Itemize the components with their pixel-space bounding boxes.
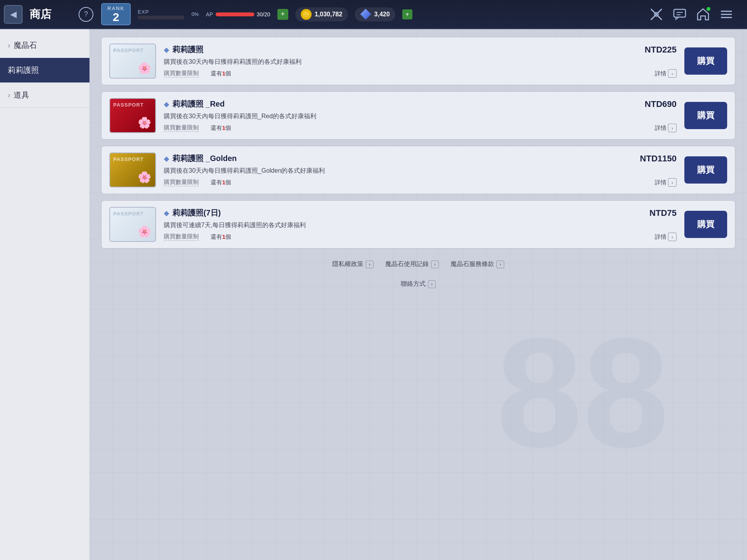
- footer-link-arrow: ›: [496, 261, 504, 268]
- product-diamond-icon: ◆: [164, 154, 169, 163]
- sidebar-item-tools[interactable]: › 道具: [0, 83, 89, 108]
- product-footer: 購買數量限制 還有1個 詳情 ›: [164, 233, 677, 241]
- product-desc: 購買後可連續7天,每日獲得莉莉護照的各式好康福利: [164, 221, 677, 229]
- limit-label: 購買數量限制: [164, 233, 199, 241]
- detail-arrow: ›: [668, 69, 677, 78]
- product-card-passport-red: PASSPORT 🌸 ◆ 莉莉護照 _Red NTD690 購買後在30天內每日…: [101, 91, 735, 140]
- product-price: NTD225: [645, 45, 677, 55]
- topbar-center: RANK 2 EXP 0% AP 30/20 + 🪙: [101, 3, 647, 25]
- product-header: ◆ 莉莉護照(7日) NTD75: [164, 208, 677, 218]
- detail-button[interactable]: 詳情 ›: [655, 178, 677, 187]
- product-info-passport-red: ◆ 莉莉護照 _Red NTD690 購買後在30天內每日獲得莉莉護照_Red的…: [164, 99, 677, 132]
- menu-icon-button[interactable]: [717, 5, 735, 23]
- product-desc: 購買後在30天內每日獲得莉莉護照的各式好康福利: [164, 58, 677, 66]
- product-name-row: ◆ 莉莉護照: [164, 44, 203, 55]
- exp-group: EXP: [138, 9, 184, 19]
- ap-values: 30/20: [257, 11, 270, 18]
- footer-links: 隱私權政策 › 魔晶石使用記錄 › 魔晶石服務條款 › 聯絡方式 ›: [101, 248, 735, 296]
- topbar-right: [647, 5, 743, 23]
- detail-button[interactable]: 詳情 ›: [655, 124, 677, 132]
- sidebar-item-label: 道具: [14, 90, 29, 100]
- store-title: 商店: [30, 7, 51, 22]
- product-diamond-icon: ◆: [164, 209, 169, 217]
- footer-link-contact[interactable]: 聯絡方式 ›: [101, 280, 735, 288]
- footer-link-gem-history[interactable]: 魔晶石使用記錄 ›: [385, 260, 439, 268]
- buy-button-passport-normal[interactable]: 購買: [684, 47, 727, 75]
- sidebar: › 魔晶石 莉莉護照 › 道具: [0, 29, 89, 560]
- svg-rect-3: [674, 9, 686, 17]
- product-image-passport-red: PASSPORT 🌸: [109, 98, 156, 133]
- product-footer: 購買數量限制 還有1個 詳情 ›: [164, 69, 677, 78]
- product-name-row: ◆ 莉莉護照 _Golden: [164, 153, 237, 164]
- remaining: 還有1個: [210, 179, 231, 186]
- battle-icon-button[interactable]: [647, 5, 665, 23]
- sidebar-item-arrow: ›: [8, 91, 11, 100]
- gem-add-button[interactable]: +: [402, 9, 412, 19]
- product-name-row: ◆ 莉莉護照 _Red: [164, 99, 224, 109]
- buy-button-passport-red[interactable]: 購買: [684, 102, 727, 129]
- product-header: ◆ 莉莉護照 _Golden NTD1150: [164, 153, 677, 164]
- ap-bar-fill: [216, 12, 254, 16]
- footer-link-privacy[interactable]: 隱私權政策 ›: [332, 260, 374, 268]
- product-diamond-icon: ◆: [164, 100, 169, 108]
- product-card-passport-normal: PASSPORT 🌸 ◆ 莉莉護照 NTD225 購買後在30天內每日獲得莉莉護…: [101, 37, 735, 85]
- chat-icon-button[interactable]: [671, 5, 689, 23]
- product-list: PASSPORT 🌸 ◆ 莉莉護照 NTD225 購買後在30天內每日獲得莉莉護…: [101, 37, 735, 248]
- product-footer: 購買數量限制 還有1個 詳情 ›: [164, 124, 677, 132]
- gem-icon: [360, 9, 371, 20]
- topbar-left: ◀ 商店 ?: [4, 5, 93, 24]
- ap-add-button[interactable]: +: [277, 9, 288, 20]
- footer-link-gem-terms[interactable]: 魔晶石服務條款 ›: [451, 260, 504, 268]
- product-info-passport-7day: ◆ 莉莉護照(7日) NTD75 購買後可連續7天,每日獲得莉莉護照的各式好康福…: [164, 208, 677, 241]
- product-info-passport-normal: ◆ 莉莉護照 NTD225 購買後在30天內每日獲得莉莉護照的各式好康福利 購買…: [164, 44, 677, 78]
- remaining: 還有1個: [210, 124, 231, 132]
- exp-pct: 0%: [191, 11, 199, 17]
- product-card-passport-7day: PASSPORT 🌸 ◆ 莉莉護照(7日) NTD75 購買後可連續7天,每日獲…: [101, 200, 735, 248]
- footer-link-arrow: ›: [428, 280, 436, 288]
- product-card-passport-golden: PASSPORT 🌸 ◆ 莉莉護照 _Golden NTD1150 購買後在30…: [101, 146, 735, 194]
- product-name: 莉莉護照 _Red: [172, 99, 224, 109]
- product-header: ◆ 莉莉護照 NTD225: [164, 44, 677, 55]
- product-header: ◆ 莉莉護照 _Red NTD690: [164, 99, 677, 109]
- remaining: 還有1個: [210, 70, 231, 77]
- product-info-passport-golden: ◆ 莉莉護照 _Golden NTD1150 購買後在30天內每日獲得莉莉護照_…: [164, 153, 677, 187]
- detail-arrow: ›: [668, 233, 677, 241]
- product-footer: 購買數量限制 還有1個 詳情 ›: [164, 178, 677, 187]
- product-area: PASSPORT 🌸 ◆ 莉莉護照 NTD225 購買後在30天內每日獲得莉莉護…: [89, 29, 747, 560]
- product-desc: 購買後在30天內每日獲得莉莉護照_Golden的各式好康福利: [164, 167, 677, 175]
- product-name: 莉莉護照: [172, 44, 203, 55]
- product-image-passport-normal: PASSPORT 🌸: [109, 44, 156, 79]
- product-desc: 購買後在30天內每日獲得莉莉護照_Red的各式好康福利: [164, 112, 677, 121]
- product-price: NTD75: [649, 208, 677, 218]
- sidebar-item-label: 魔晶石: [14, 40, 37, 51]
- ap-label: AP: [206, 11, 213, 18]
- exp-bar: [138, 16, 184, 19]
- product-image-passport-7day: PASSPORT 🌸: [109, 207, 156, 242]
- product-name-row: ◆ 莉莉護照(7日): [164, 208, 221, 218]
- product-name: 莉莉護照(7日): [172, 208, 221, 218]
- product-image-passport-golden: PASSPORT 🌸: [109, 152, 156, 187]
- product-price: NTD690: [645, 99, 677, 109]
- sidebar-item-arrow: ›: [8, 41, 11, 50]
- detail-arrow: ›: [668, 178, 677, 187]
- gold-icon: 🪙: [301, 9, 312, 20]
- rank-box: RANK 2: [101, 3, 131, 25]
- ap-group: AP 30/20: [206, 11, 270, 18]
- buy-button-passport-golden[interactable]: 購買: [684, 156, 727, 184]
- footer-link-arrow: ›: [431, 261, 439, 268]
- gold-amount: 1,030,782: [315, 11, 342, 18]
- rank-label: RANK: [107, 5, 124, 11]
- gem-amount: 3,420: [374, 11, 390, 18]
- help-button[interactable]: ?: [79, 7, 93, 22]
- detail-button[interactable]: 詳情 ›: [655, 233, 677, 241]
- main-content: › 魔晶石 莉莉護照 › 道具 PASSPORT 🌸 ◆: [0, 29, 747, 560]
- sidebar-item-magic-stone[interactable]: › 魔晶石: [0, 33, 89, 58]
- rank-value: 2: [107, 11, 124, 23]
- back-button[interactable]: ◀: [4, 5, 23, 24]
- currency-group: 🪙 1,030,782 3,420 +: [295, 7, 412, 21]
- product-diamond-icon: ◆: [164, 46, 169, 54]
- sidebar-item-passport[interactable]: 莉莉護照: [0, 58, 89, 83]
- home-icon-button[interactable]: [694, 5, 712, 23]
- buy-button-passport-7day[interactable]: 購買: [684, 211, 727, 238]
- detail-button[interactable]: 詳情 ›: [655, 69, 677, 78]
